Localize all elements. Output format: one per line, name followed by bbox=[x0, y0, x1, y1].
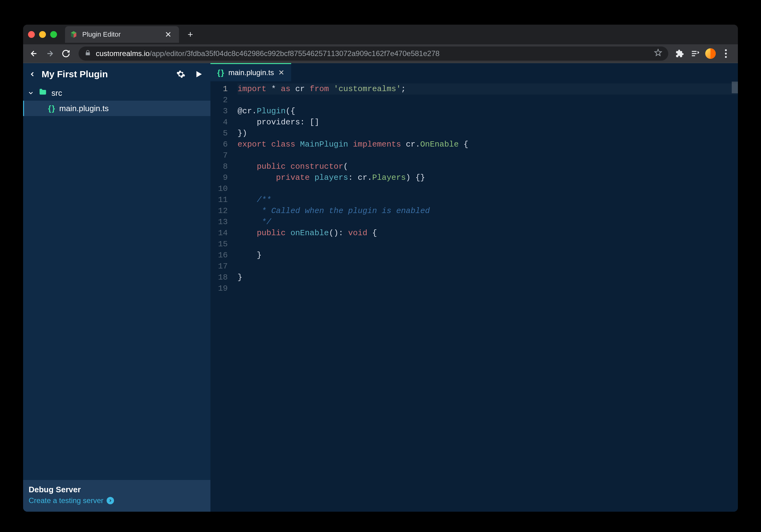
line-number: 17 bbox=[210, 261, 228, 272]
file-braces-icon: {} bbox=[48, 104, 55, 113]
line-number: 15 bbox=[210, 239, 228, 250]
code-line[interactable]: } bbox=[238, 250, 738, 261]
window-minimize-button[interactable] bbox=[39, 31, 46, 38]
code-line[interactable] bbox=[238, 261, 738, 272]
minimap-slider[interactable] bbox=[732, 81, 738, 93]
file-main-plugin[interactable]: {} main.plugin.ts bbox=[23, 101, 210, 116]
line-gutter: 12345678910111213141516171819 bbox=[210, 81, 232, 512]
bookmark-star-icon[interactable] bbox=[654, 49, 662, 59]
code-line[interactable]: private players: cr.Players) {} bbox=[238, 172, 738, 183]
editor-area: {} main.plugin.ts ✕ 12345678910111213141… bbox=[210, 63, 738, 512]
arrow-circle-icon bbox=[107, 497, 114, 504]
window-maximize-button[interactable] bbox=[50, 31, 57, 38]
code-line[interactable] bbox=[238, 183, 738, 194]
code-line[interactable] bbox=[238, 239, 738, 250]
editor-tab-label: main.plugin.ts bbox=[228, 68, 274, 77]
run-button[interactable] bbox=[193, 68, 205, 80]
extensions-icon[interactable] bbox=[674, 48, 685, 59]
editor-tabs: {} main.plugin.ts ✕ bbox=[210, 63, 738, 81]
debug-link-text: Create a testing server bbox=[29, 496, 103, 505]
file-tree: src {} main.plugin.ts bbox=[23, 85, 210, 480]
sidebar: My First Plugin src bbox=[23, 63, 210, 512]
code-line[interactable] bbox=[238, 283, 738, 294]
new-tab-button[interactable]: + bbox=[188, 29, 193, 40]
line-number: 9 bbox=[210, 172, 228, 183]
browser-tab[interactable]: Plugin Editor ✕ bbox=[65, 26, 179, 43]
line-number: 2 bbox=[210, 94, 228, 106]
tab-title: Plugin Editor bbox=[82, 30, 160, 38]
tab-close-icon[interactable]: ✕ bbox=[165, 30, 172, 39]
code-line[interactable]: @cr.Plugin({ bbox=[238, 106, 738, 117]
code-line[interactable] bbox=[238, 150, 738, 161]
line-number: 4 bbox=[210, 117, 228, 128]
line-number: 5 bbox=[210, 128, 228, 139]
code-line[interactable]: public onEnable(): void { bbox=[238, 228, 738, 239]
editor-tab-close-icon[interactable]: ✕ bbox=[278, 68, 284, 77]
code-line[interactable] bbox=[238, 94, 738, 106]
back-button[interactable] bbox=[29, 71, 36, 78]
line-number: 19 bbox=[210, 283, 228, 294]
editor-tab-main-plugin[interactable]: {} main.plugin.ts ✕ bbox=[210, 63, 291, 81]
titlebar: Plugin Editor ✕ + bbox=[23, 25, 738, 44]
file-label: main.plugin.ts bbox=[59, 104, 108, 113]
line-number: 3 bbox=[210, 106, 228, 117]
browser-menu-button[interactable] bbox=[721, 48, 731, 59]
window-close-button[interactable] bbox=[28, 31, 35, 38]
code-line[interactable]: export class MainPlugin implements cr.On… bbox=[238, 139, 738, 150]
url-bar[interactable]: customrealms.io/app/editor/3fdba35f04dc8… bbox=[79, 46, 668, 61]
sidebar-header: My First Plugin bbox=[23, 63, 210, 85]
debug-panel: Debug Server Create a testing server bbox=[23, 480, 210, 512]
line-number: 6 bbox=[210, 139, 228, 150]
line-number: 12 bbox=[210, 205, 228, 216]
url-text: customrealms.io/app/editor/3fdba35f04dc8… bbox=[96, 49, 649, 58]
debug-title: Debug Server bbox=[29, 485, 205, 495]
app-content: My First Plugin src bbox=[23, 63, 738, 512]
code-line[interactable]: providers: [] bbox=[238, 117, 738, 128]
nav-forward-button[interactable] bbox=[43, 47, 56, 60]
line-number: 11 bbox=[210, 194, 228, 205]
line-number: 1 bbox=[210, 83, 228, 94]
line-number: 16 bbox=[210, 250, 228, 261]
browser-toolbar: customrealms.io/app/editor/3fdba35f04dc8… bbox=[23, 44, 738, 63]
traffic-lights bbox=[28, 31, 57, 38]
profile-icon[interactable] bbox=[705, 48, 716, 59]
code-content[interactable]: import * as cr from 'customrealms'; @cr.… bbox=[232, 81, 738, 512]
tab-braces-icon: {} bbox=[217, 68, 224, 78]
folder-label: src bbox=[51, 88, 62, 98]
code-line[interactable]: /** bbox=[238, 194, 738, 205]
reading-list-icon[interactable] bbox=[690, 48, 700, 59]
line-number: 8 bbox=[210, 161, 228, 172]
line-number: 7 bbox=[210, 150, 228, 161]
code-line[interactable]: import * as cr from 'customrealms'; bbox=[238, 83, 738, 94]
debug-create-server-link[interactable]: Create a testing server bbox=[29, 496, 205, 505]
browser-window: Plugin Editor ✕ + customrealms.io/app/ed… bbox=[23, 25, 738, 512]
code-line[interactable]: */ bbox=[238, 216, 738, 228]
code-line[interactable]: public constructor( bbox=[238, 161, 738, 172]
line-number: 10 bbox=[210, 183, 228, 194]
line-number: 18 bbox=[210, 272, 228, 283]
code-line[interactable]: }) bbox=[238, 128, 738, 139]
favicon-icon bbox=[69, 30, 78, 39]
code-editor[interactable]: 12345678910111213141516171819 import * a… bbox=[210, 81, 738, 512]
line-number: 14 bbox=[210, 228, 228, 239]
toolbar-right bbox=[674, 48, 733, 59]
folder-icon bbox=[38, 88, 47, 98]
nav-back-button[interactable] bbox=[28, 47, 40, 60]
lock-icon bbox=[85, 49, 91, 58]
project-title: My First Plugin bbox=[41, 69, 169, 80]
nav-reload-button[interactable] bbox=[59, 47, 72, 60]
line-number: 13 bbox=[210, 216, 228, 228]
settings-button[interactable] bbox=[175, 68, 187, 80]
code-line[interactable]: * Called when the plugin is enabled bbox=[238, 205, 738, 216]
folder-src[interactable]: src bbox=[23, 85, 210, 101]
code-line[interactable]: } bbox=[238, 272, 738, 283]
chevron-down-icon bbox=[28, 89, 34, 96]
